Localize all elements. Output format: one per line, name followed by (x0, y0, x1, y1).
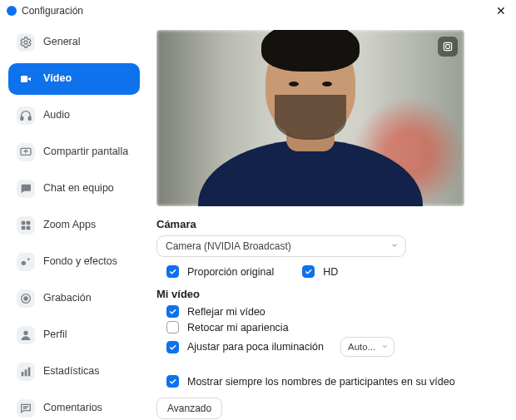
record-icon (17, 289, 35, 308)
svg-rect-5 (22, 221, 26, 225)
svg-rect-6 (27, 221, 31, 225)
advanced-button-label: Avanzado (167, 403, 211, 414)
chevron-down-icon (381, 342, 389, 352)
label-original-ratio[interactable]: Proporción original (187, 266, 274, 278)
svg-rect-2 (21, 116, 23, 120)
sidebar-item-general[interactable]: General (8, 27, 140, 58)
sidebar-item-label: Comentarios (43, 402, 102, 415)
video-icon (17, 70, 35, 88)
sidebar-item-label: General (43, 36, 80, 49)
advanced-button[interactable]: Avanzado (156, 398, 222, 419)
sidebar-item-label: Estadísticas (43, 365, 99, 378)
sidebar-item-zoom-apps[interactable]: Zoom Apps (8, 210, 140, 241)
app-logo-icon (7, 6, 17, 16)
svg-rect-15 (28, 368, 31, 377)
titlebar: Configuración ✕ (0, 0, 516, 20)
label-show-names[interactable]: Mostrar siempre los nombres de participa… (187, 376, 455, 388)
sidebar-item-label: Audio (43, 109, 70, 122)
low-light-mode-value: Auto... (348, 342, 375, 352)
row-original-ratio: Proporción original HD (156, 265, 501, 278)
svg-point-9 (22, 261, 26, 265)
sidebar-item-label: Compartir pantalla (43, 146, 128, 159)
settings-window: Configuración ✕ General Vídeo (0, 0, 516, 420)
apps-icon (17, 216, 35, 235)
svg-rect-18 (444, 42, 451, 50)
preview-person (223, 40, 398, 206)
close-icon[interactable]: ✕ (493, 4, 509, 17)
svg-rect-19 (446, 45, 450, 49)
feedback-icon (17, 399, 35, 418)
video-settings-panel: Cámara Camera (NVIDIA Broadcast) Proporc… (148, 20, 516, 420)
low-light-mode-select[interactable]: Auto... (340, 337, 394, 357)
sidebar-item-feedback[interactable]: Comentarios (8, 393, 140, 420)
svg-rect-13 (22, 372, 24, 376)
body: General Vídeo Audio Compartir pantalla (0, 20, 516, 420)
checkbox-show-names[interactable] (166, 375, 179, 388)
checkbox-hd[interactable] (302, 265, 315, 278)
headphones-icon (17, 106, 35, 125)
label-low-light[interactable]: Ajustar para poca iluminación (187, 341, 324, 353)
checkbox-low-light[interactable] (166, 341, 179, 353)
camera-select-value: Camera (NVIDIA Broadcast) (166, 240, 291, 252)
stats-icon (17, 363, 35, 381)
svg-point-11 (24, 297, 27, 300)
svg-rect-8 (27, 226, 31, 230)
label-mirror[interactable]: Reflejar mi vídeo (187, 306, 265, 318)
sidebar-item-background-effects[interactable]: Fondo y efectos (8, 246, 140, 278)
svg-rect-1 (21, 76, 27, 82)
sidebar-item-video[interactable]: Vídeo (8, 63, 140, 95)
sidebar-item-team-chat[interactable]: Chat en equipo (8, 173, 140, 205)
svg-rect-14 (25, 369, 27, 376)
chat-icon (17, 180, 35, 198)
checkbox-touch-up[interactable] (166, 321, 179, 334)
sidebar-item-label: Grabación (43, 292, 92, 305)
virtual-background-button[interactable] (438, 37, 458, 57)
sidebar-item-profile[interactable]: Perfil (8, 319, 140, 351)
profile-icon (17, 326, 35, 344)
share-screen-icon (17, 143, 35, 161)
sidebar-item-statistics[interactable]: Estadísticas (8, 356, 140, 388)
label-hd[interactable]: HD (323, 266, 338, 278)
label-touch-up[interactable]: Retocar mi apariencia (187, 322, 289, 334)
svg-point-0 (24, 41, 27, 44)
sidebar-item-audio[interactable]: Audio (8, 100, 140, 131)
settings-sidebar: General Vídeo Audio Compartir pantalla (0, 20, 148, 420)
section-title-camera: Cámara (156, 218, 501, 230)
row-low-light: Ajustar para poca iluminación Auto... (156, 337, 501, 357)
section-title-my-video: Mi vídeo (156, 288, 501, 300)
sidebar-item-label: Perfil (43, 329, 67, 342)
sidebar-item-label: Chat en equipo (43, 182, 114, 195)
gear-icon (17, 33, 35, 52)
sidebar-item-label: Zoom Apps (43, 219, 96, 232)
row-show-names: Mostrar siempre los nombres de participa… (156, 375, 501, 388)
checkbox-mirror[interactable] (166, 305, 179, 318)
sparkle-icon (17, 253, 35, 271)
camera-preview (156, 30, 464, 206)
sidebar-item-label: Vídeo (43, 72, 72, 86)
camera-select[interactable]: Camera (NVIDIA Broadcast) (156, 235, 406, 257)
sidebar-item-recording[interactable]: Grabación (8, 283, 140, 314)
svg-point-12 (23, 331, 27, 335)
checkbox-original-ratio[interactable] (166, 265, 179, 278)
row-touch-up: Retocar mi apariencia (156, 321, 501, 334)
svg-rect-7 (22, 226, 26, 230)
virtual-background-icon (442, 41, 454, 52)
row-mirror: Reflejar mi vídeo (156, 305, 501, 318)
svg-rect-3 (28, 116, 31, 120)
chevron-down-icon (390, 240, 399, 252)
sidebar-item-share-screen[interactable]: Compartir pantalla (8, 136, 140, 168)
sidebar-item-label: Fondo y efectos (43, 255, 117, 269)
window-title: Configuración (22, 5, 83, 17)
